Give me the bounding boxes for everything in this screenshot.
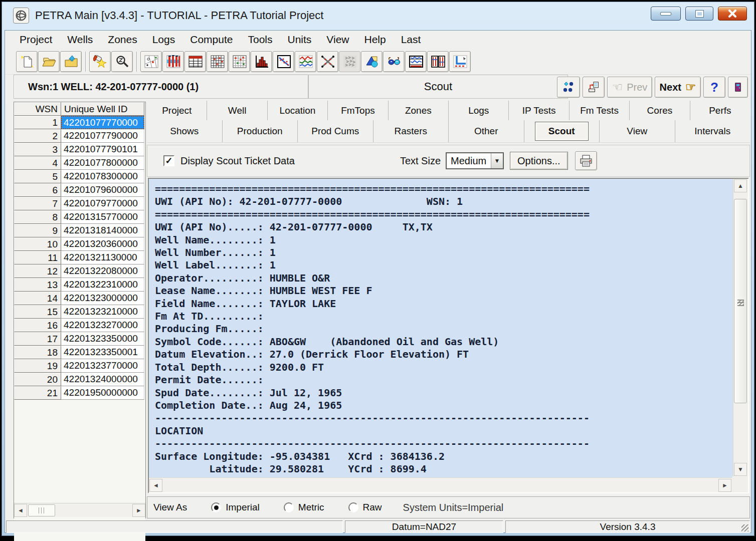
next-well-button[interactable]: Next ☞	[655, 77, 701, 98]
tab-logs[interactable]: Logs	[449, 101, 509, 120]
uwi-cell[interactable]: 42201079770000	[61, 197, 144, 210]
exit-button[interactable]	[728, 77, 748, 98]
scroll-down-button[interactable]: ▼	[734, 463, 747, 476]
new-project-button[interactable]	[16, 51, 38, 72]
hscroll-thumb[interactable]	[28, 504, 55, 516]
spreadsheet-button[interactable]	[184, 51, 206, 72]
menu-wells[interactable]: Wells	[60, 32, 100, 48]
wsn-cell[interactable]: 15	[14, 305, 61, 319]
column-header-uwi[interactable]: Unique Well ID	[61, 102, 144, 116]
base-map-button[interactable]	[140, 51, 162, 72]
menu-logs[interactable]: Logs	[145, 32, 183, 48]
shapes-button[interactable]	[361, 51, 383, 72]
open-project-button[interactable]	[38, 51, 60, 72]
table-row[interactable]: 1142201321130000	[14, 251, 145, 264]
wsn-cell[interactable]: 9	[14, 224, 61, 237]
wsn-cell[interactable]: 1	[14, 116, 61, 129]
uwi-cell[interactable]: 42201321130000	[61, 251, 144, 264]
scroll-right-button[interactable]: ►	[132, 504, 145, 517]
table-row[interactable]: 342201077790101	[14, 143, 145, 156]
table-row[interactable]: 942201318140000	[14, 224, 145, 237]
uwi-cell[interactable]: 42201323210000	[61, 305, 144, 319]
column-header-wsn[interactable]: WSN	[14, 102, 61, 116]
zoom-button[interactable]	[111, 51, 133, 72]
maximize-button[interactable]	[685, 7, 713, 21]
table-row[interactable]: 842201315770000	[14, 210, 145, 224]
scroll-left-button[interactable]: ◄	[149, 479, 162, 492]
log-plot-button[interactable]	[405, 51, 427, 72]
tab-fm-tests[interactable]: Fm Tests	[570, 101, 630, 120]
uwi-cell[interactable]: 42201077790000	[61, 129, 144, 143]
montage-button[interactable]	[427, 51, 449, 72]
well-palette-button[interactable]	[557, 77, 580, 98]
menu-last[interactable]: Last	[394, 32, 429, 48]
menu-zones[interactable]: Zones	[100, 32, 144, 48]
uwi-cell[interactable]: 42201950000000	[61, 386, 144, 400]
help-button[interactable]: ?	[703, 77, 725, 98]
menu-compute[interactable]: Compute	[182, 32, 240, 48]
contour-map-button[interactable]	[229, 51, 250, 72]
uwi-cell[interactable]: 42201318140000	[61, 224, 144, 237]
crossplot-button[interactable]	[273, 51, 294, 72]
table-row[interactable]: 542201078300000	[14, 170, 145, 183]
table-row[interactable]: 642201079600000	[14, 183, 145, 197]
table-row[interactable]: 1342201322310000	[14, 278, 145, 292]
scroll-left-button[interactable]: ◄	[14, 504, 27, 517]
menu-view[interactable]: View	[319, 32, 356, 48]
uwi-cell[interactable]: 42201323270000	[61, 319, 144, 332]
tab-project[interactable]: Project	[147, 101, 207, 120]
wsn-cell[interactable]: 11	[14, 251, 61, 264]
uwi-cell[interactable]: 42201323000000	[61, 292, 144, 305]
tab-view[interactable]: View	[600, 120, 675, 142]
well-report-button[interactable]	[583, 77, 605, 98]
digitizer-button[interactable]	[449, 51, 471, 72]
histogram-button[interactable]	[251, 51, 272, 72]
import-project-button[interactable]	[60, 51, 82, 72]
table-row[interactable]: 442201077800000	[14, 156, 145, 170]
tab-ip-tests[interactable]: IP Tests	[509, 101, 569, 120]
table-row[interactable]: 1842201323350001	[14, 346, 145, 359]
prev-well-button[interactable]: ☜ Prev	[607, 77, 652, 98]
options-button[interactable]: Options...	[510, 152, 568, 170]
tab-shows[interactable]: Shows	[147, 120, 223, 142]
section-lines-button[interactable]	[317, 51, 338, 72]
uwi-cell[interactable]: 42201077790101	[61, 143, 144, 156]
print-button[interactable]	[575, 151, 597, 170]
tab-rasters[interactable]: Rasters	[373, 120, 449, 142]
table-row[interactable]: 242201077790000	[14, 129, 145, 143]
cross-section-button[interactable]	[162, 51, 184, 72]
minimize-button[interactable]	[651, 7, 681, 21]
tab-prod-cums[interactable]: Prod Cums	[298, 120, 373, 142]
tab-production[interactable]: Production	[223, 120, 298, 142]
wsn-cell[interactable]: 21	[14, 386, 61, 400]
wsn-cell[interactable]: 19	[14, 359, 61, 373]
table-row[interactable]: 142201077770000	[14, 116, 145, 129]
table-row[interactable]: 1742201323350000	[14, 332, 145, 346]
tab-well[interactable]: Well	[207, 101, 267, 120]
table-row[interactable]: 2142201950000000	[14, 386, 145, 400]
wsn-cell[interactable]: 8	[14, 210, 61, 224]
menu-units[interactable]: Units	[280, 32, 319, 48]
wsn-cell[interactable]: 10	[14, 237, 61, 251]
wsn-cell[interactable]: 6	[14, 183, 61, 197]
table-row[interactable]: 1942201323770000	[14, 359, 145, 373]
wsn-cell[interactable]: 5	[14, 170, 61, 183]
well-finder-button[interactable]	[89, 51, 111, 72]
wsn-cell[interactable]: 20	[14, 373, 61, 386]
uwi-cell[interactable]: 42201323350001	[61, 346, 144, 359]
scroll-up-button[interactable]: ▲	[734, 179, 747, 192]
tab-zones[interactable]: Zones	[389, 101, 449, 120]
chevron-down-icon[interactable]: ▼	[491, 153, 503, 168]
wsn-cell[interactable]: 7	[14, 197, 61, 210]
tab-scout-selected[interactable]: Scout	[524, 120, 600, 142]
table-row[interactable]: 742201079770000	[14, 197, 145, 210]
tab-intervals[interactable]: Intervals	[675, 120, 750, 142]
display-scout-ticket-checkbox[interactable]: ✓	[163, 155, 174, 166]
vscroll-thumb[interactable]	[734, 199, 747, 403]
table-row[interactable]: 1642201323270000	[14, 319, 145, 332]
radio-metric[interactable]: Metric	[284, 502, 324, 513]
menu-help[interactable]: Help	[356, 32, 393, 48]
multi-curve-button[interactable]	[295, 51, 316, 72]
uwi-cell[interactable]: 42201323350000	[61, 332, 144, 346]
wsn-cell[interactable]: 4	[14, 156, 61, 170]
